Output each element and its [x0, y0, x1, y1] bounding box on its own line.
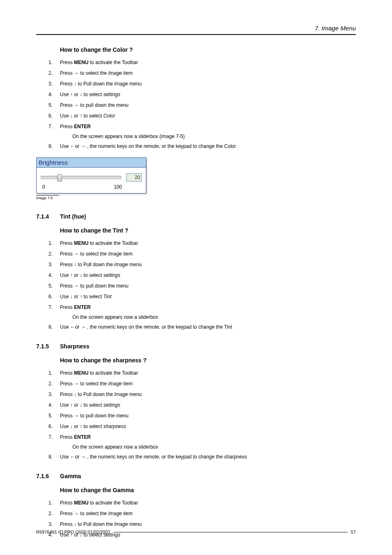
sharp-heading: How to change the sharpness ? [60, 357, 356, 364]
list-item: 7.Press ENTER [48, 123, 356, 130]
list-item-number: 2. [48, 510, 60, 517]
tint-steps: 1.Press MENU to activate the Toolbar2.Pr… [48, 240, 356, 331]
list-item-text: Use ←or → , the numeric keys on the remo… [60, 143, 356, 150]
list-item: 1.Press MENU to activate the Toolbar [48, 59, 356, 66]
page: 7. Image Menu How to change the Color ? … [0, 0, 392, 555]
list-item-text: Press → to select the Image item [60, 69, 356, 77]
list-item: 2.Press → to select the Image item [48, 69, 356, 77]
list-item: 6.Use ↓ or ↑ to select Color [48, 112, 356, 120]
list-item-text: Press MENU to activate the Toolbar [60, 59, 356, 66]
list-item: 2.Press → to select the Image item [48, 380, 356, 387]
list-item-text: Use ↑ or ↓ to select settings [60, 401, 356, 409]
slider-track[interactable] [41, 176, 121, 179]
list-item-number: 3. [48, 261, 60, 268]
list-item-text: Press MENU to activate the Toolbar [60, 369, 356, 377]
list-item-number: 5. [48, 101, 60, 109]
list-item-text: Press → to select the Image item [60, 510, 356, 517]
sliderbox-figure: Brightness 20 0 100 Image 7-5 [36, 157, 356, 201]
list-item-subtext: On the screen appears now a sliderbox [72, 444, 356, 450]
sharp-num: 7.1.5 [36, 343, 60, 350]
list-item-number: 4. [48, 272, 60, 279]
sliderbox-body: 20 0 100 [37, 168, 146, 193]
list-item-text: Use ↓ or ↑ to select sharpness [60, 423, 356, 430]
list-item-text: Press → to pull down the menu [60, 282, 356, 290]
tint-title: Tint (hue) [60, 213, 86, 220]
footer-right: 57 [351, 530, 356, 534]
list-item-number: 4. [48, 401, 60, 409]
list-item: 4.Use ↑ or ↓ to select settings [48, 91, 356, 98]
list-item-text: Use ←or → , the numeric keys on the remo… [60, 323, 356, 331]
footer: R5976491 IQ PRO G500 01/02/2007 57 [36, 530, 356, 534]
list-item-text: Press ↓ to Pull down the Image menu [60, 80, 356, 88]
list-item-text: Press → to pull down the menu [60, 101, 356, 109]
tint-num: 7.1.4 [36, 213, 60, 220]
list-item-subtext: On the screen appears now a sliderbox [72, 314, 356, 320]
list-item-text: Press → to select the Image item [60, 250, 356, 258]
list-item: 3.Press ↓ to Pull down the Image menu [48, 391, 356, 398]
slider-min: 0 [42, 184, 45, 190]
footer-line [113, 532, 347, 532]
list-item-number: 6. [48, 112, 60, 120]
list-item-number: 4. [48, 91, 60, 98]
slider-value[interactable]: 20 [126, 173, 142, 182]
list-item: 4.Use ↑ or ↓ to select settings [48, 401, 356, 409]
list-item-number: 7. [48, 433, 60, 441]
list-item-text: Use ↓ or ↑ to select Color [60, 112, 356, 120]
list-item-text: Press ↓ to Pull down the Image menu [60, 391, 356, 398]
list-item-number: 8. [48, 143, 60, 150]
list-item: 8.Use ←or → , the numeric keys on the re… [48, 143, 356, 150]
list-item-text: Press ENTER [60, 123, 356, 130]
list-item-text: Press ENTER [60, 433, 356, 441]
gamma-heading: How to change the Gamma [60, 487, 356, 493]
list-item-number: 2. [48, 250, 60, 258]
list-item-number: 3. [48, 80, 60, 88]
list-item-number: 3. [48, 520, 60, 528]
list-item-number: 1. [48, 499, 60, 507]
list-item-number: 8. [48, 323, 60, 331]
list-item-number: 8. [48, 453, 60, 461]
list-item-text: Press MENU to activate the Toolbar [60, 499, 356, 507]
header-title: 7. Image Menu [36, 25, 356, 32]
list-item-number: 7. [48, 123, 60, 130]
list-item: 6.Use ↓ or ↑ to select sharpness [48, 423, 356, 430]
list-item: 6.Use ↓ or ↑ to select Tint [48, 293, 356, 300]
list-item: 8.Use ←or → , the numeric keys on the re… [48, 453, 356, 461]
list-item-subtext: On the screen appears now a sliderbox (i… [72, 134, 356, 139]
list-item-text: Press → to select the Image item [60, 380, 356, 387]
gamma-subsection: 7.1.6 Gamma [36, 473, 356, 479]
sliderbox-caption: Image 7-5 [36, 195, 59, 200]
list-item-number: 1. [48, 369, 60, 377]
gamma-title: Gamma [60, 473, 81, 479]
list-item: 5.Press → to pull down the menu [48, 412, 356, 419]
list-item-text: Press ENTER [60, 304, 356, 311]
list-item-text: Press → to pull down the menu [60, 412, 356, 419]
slider-max: 100 [114, 184, 122, 190]
header-rule [36, 34, 356, 35]
list-item: 1.Press MENU to activate the Toolbar [48, 369, 356, 377]
list-item-text: Press MENU to activate the Toolbar [60, 240, 356, 247]
sliderbox-title: Brightness [37, 158, 146, 168]
slider-thumb[interactable] [57, 174, 62, 182]
color-heading: How to change the Color ? [60, 46, 356, 53]
list-item: 5.Press → to pull down the menu [48, 282, 356, 290]
list-item: 2.Press → to select the Image item [48, 510, 356, 517]
sliderbox: Brightness 20 0 100 [36, 157, 146, 193]
list-item: 1.Press MENU to activate the Toolbar [48, 240, 356, 247]
color-steps: 1.Press MENU to activate the Toolbar2.Pr… [48, 59, 356, 150]
list-item: 4.Use ↑ or ↓ to select settings [48, 272, 356, 279]
list-item-number: 7. [48, 304, 60, 311]
list-item: 1.Press MENU to activate the Toolbar [48, 499, 356, 507]
list-item-text: Use ↑ or ↓ to select settings [60, 91, 356, 98]
list-item: 7.Press ENTER [48, 433, 356, 441]
gamma-num: 7.1.6 [36, 473, 60, 479]
list-item: 3.Press ↓ to Pull down the Image menu [48, 261, 356, 268]
list-item: 3.Press ↓ to Pull down the Image menu [48, 80, 356, 88]
list-item: 8.Use ←or → , the numeric keys on the re… [48, 323, 356, 331]
list-item-text: Press ↓ to Pull down the Image menu [60, 261, 356, 268]
list-item-number: 5. [48, 412, 60, 419]
list-item-text: Use ↓ or ↑ to select Tint [60, 293, 356, 300]
list-item: 3.Press ↓ to Pull down the Image menu [48, 520, 356, 528]
list-item-number: 5. [48, 282, 60, 290]
list-item-text: Use ↑ or ↓ to select settings [60, 272, 356, 279]
footer-left: R5976491 IQ PRO G500 01/02/2007 [36, 530, 110, 534]
